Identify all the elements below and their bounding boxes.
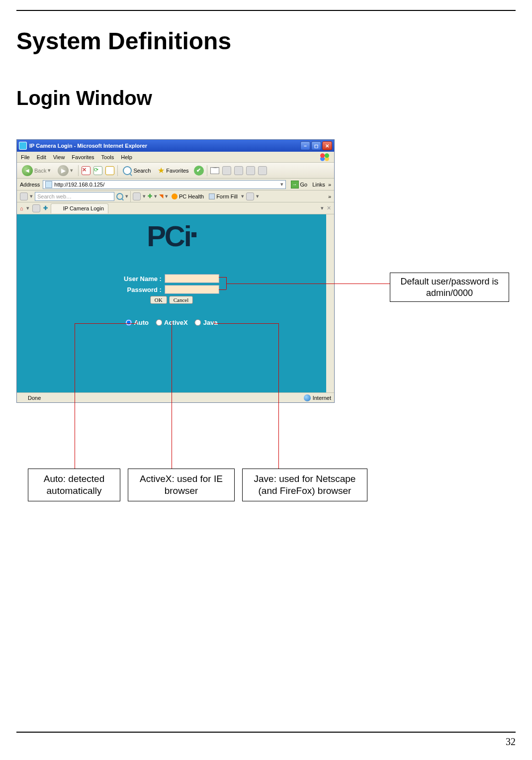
links-label[interactable]: Links xyxy=(312,182,325,188)
password-label: Password : xyxy=(127,286,162,293)
bottom-rule xyxy=(16,732,516,733)
callout-default-creds: Default user/password is admin/0000 xyxy=(390,273,509,302)
section-title: Login Window xyxy=(16,87,152,109)
dropdown-icon[interactable]: ▾ xyxy=(165,193,168,199)
address-input[interactable]: http://192.168.0.125/ ▾ xyxy=(43,180,285,189)
cancel-button[interactable]: Cancel xyxy=(169,296,193,304)
home-button[interactable] xyxy=(105,166,114,175)
callout-line xyxy=(214,323,278,324)
password-input[interactable] xyxy=(165,285,219,294)
refresh-button[interactable]: ⟳ xyxy=(93,166,102,175)
separator xyxy=(78,165,79,176)
radio-java-input[interactable] xyxy=(195,319,201,326)
pci-logo: PCi xyxy=(147,219,196,253)
flag-icon[interactable]: ◥ xyxy=(159,193,163,199)
star-icon: ★ xyxy=(158,166,165,175)
go-label: Go xyxy=(300,182,308,188)
stop-button[interactable]: ✕ xyxy=(82,166,90,175)
add-tab-icon[interactable]: ✚ xyxy=(43,205,48,211)
plus-icon[interactable]: ✚ xyxy=(148,193,152,199)
page-number: 32 xyxy=(506,736,516,748)
separator xyxy=(207,165,207,176)
windows-flag-icon xyxy=(319,153,330,161)
mail-button[interactable] xyxy=(210,167,219,174)
dropdown-icon[interactable]: ▾ xyxy=(143,193,146,199)
username-input[interactable] xyxy=(165,274,219,283)
print-button[interactable] xyxy=(222,166,231,175)
callout-line xyxy=(75,323,75,469)
dropdown-icon[interactable]: ▾ xyxy=(256,193,259,199)
menu-view[interactable]: View xyxy=(53,154,65,160)
callout-text: Jave: used for Netscape (and FireFox) br… xyxy=(254,474,356,496)
dropdown-icon[interactable]: ▾ xyxy=(280,181,283,188)
messenger-button[interactable] xyxy=(246,166,255,175)
radio-auto-label: Auto xyxy=(134,319,149,326)
close-tab-icon[interactable]: ✕ xyxy=(327,205,331,211)
callout-auto: Auto: detected automatically xyxy=(28,469,120,501)
toolbar-logo-icon[interactable] xyxy=(20,192,28,200)
form-icon xyxy=(209,193,215,199)
feed-icon[interactable] xyxy=(246,192,254,200)
menu-favorites[interactable]: Favorites xyxy=(72,154,94,160)
callout-line xyxy=(219,289,226,290)
separator xyxy=(117,165,118,176)
scroll-up-icon[interactable]: ▴ xyxy=(326,214,334,222)
favorites-button[interactable]: ★ Favorites xyxy=(156,165,190,177)
minimize-button[interactable]: – xyxy=(300,141,310,150)
menu-tools[interactable]: Tools xyxy=(101,154,114,160)
radio-activex-input[interactable] xyxy=(156,319,162,326)
callout-activex: ActiveX: used for IE browser xyxy=(128,469,235,501)
zone-text: Internet xyxy=(313,395,331,401)
menu-file[interactable]: File xyxy=(21,154,30,160)
address-value: http://192.168.0.125/ xyxy=(54,182,104,188)
dropdown-icon[interactable]: ▾ xyxy=(154,193,157,199)
globe-icon xyxy=(304,394,311,401)
close-button[interactable]: ✕ xyxy=(322,141,332,150)
address-label: Address xyxy=(20,182,40,188)
scroll-down-icon[interactable]: ▾ xyxy=(326,384,334,392)
popup-blocker-icon[interactable] xyxy=(133,192,141,200)
back-button[interactable]: ◄ Back ▾ xyxy=(20,165,53,177)
tab-icon[interactable] xyxy=(32,204,40,212)
form-fill-button[interactable]: Form Fill xyxy=(207,193,239,199)
search-icon[interactable] xyxy=(116,193,123,200)
dropdown-icon: ▾ xyxy=(70,167,73,174)
search-placeholder: Search web… xyxy=(37,193,72,199)
research-button[interactable] xyxy=(258,166,267,175)
go-arrow-icon: → xyxy=(291,181,299,189)
logo-text: PCi xyxy=(147,220,190,252)
menu-edit[interactable]: Edit xyxy=(37,154,46,160)
status-text: Done xyxy=(28,395,41,401)
chevron-icon[interactable]: » xyxy=(328,193,331,199)
search-button[interactable]: Search xyxy=(121,165,153,177)
search-toolbar: ▾ Search web… ▾ ▾ ✚ ▾ ◥ ▾ PC Health Form… xyxy=(17,190,334,202)
forward-button[interactable]: ▶ ▾ xyxy=(56,165,75,177)
dropdown-icon[interactable]: ▾ xyxy=(321,205,324,211)
radio-activex-label: ActiveX xyxy=(164,319,188,326)
dropdown-icon[interactable]: ▾ xyxy=(26,205,29,211)
chevron-icon[interactable]: » xyxy=(328,182,331,188)
ie-icon xyxy=(19,142,27,150)
callout-text: ActiveX: used for IE browser xyxy=(140,474,223,496)
tab-ip-camera-login[interactable]: IP Camera Login xyxy=(51,203,108,213)
ok-button[interactable]: OK xyxy=(150,296,167,304)
dropdown-icon[interactable]: ▾ xyxy=(125,193,128,199)
callout-text: Default user/password is admin/0000 xyxy=(400,277,498,298)
page-icon xyxy=(20,395,26,401)
dropdown-icon[interactable]: ▾ xyxy=(30,193,33,199)
page-icon xyxy=(55,205,61,211)
history-button[interactable]: ✔ xyxy=(194,166,204,176)
go-button[interactable]: → Go xyxy=(289,181,310,189)
search-web-input[interactable]: Search web… xyxy=(35,192,114,201)
radio-auto-input[interactable] xyxy=(125,319,132,326)
menu-help[interactable]: Help xyxy=(121,154,132,160)
page-icon xyxy=(45,181,52,188)
radio-java-label: Java xyxy=(203,319,218,326)
back-label: Back xyxy=(34,168,46,174)
pc-health-button[interactable]: PC Health xyxy=(170,193,205,199)
dropdown-icon[interactable]: ▾ xyxy=(241,193,244,199)
maximize-button[interactable]: ◻ xyxy=(311,141,321,150)
edit-button[interactable] xyxy=(234,166,243,175)
callout-line xyxy=(137,321,137,323)
home-tab-icon[interactable]: ⌂ xyxy=(20,205,23,211)
